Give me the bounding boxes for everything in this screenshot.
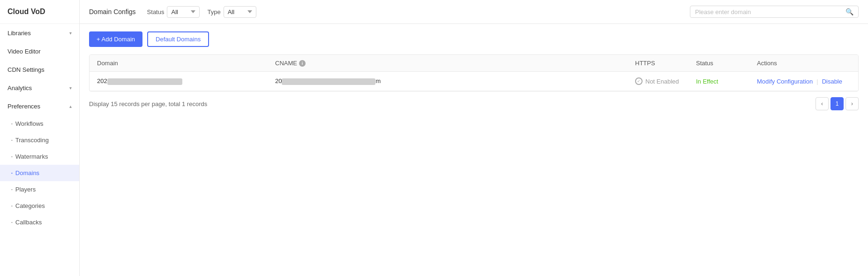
sidebar-sub-item-label: Domains (15, 169, 39, 176)
type-select[interactable]: All (224, 6, 256, 18)
domain-blurred (107, 78, 182, 85)
https-cell: ✓ Not Enabled (635, 77, 696, 85)
table-header: Domain CNAME i HTTPS Status Actions (90, 55, 858, 72)
chevron-down-icon: ▾ (69, 85, 72, 91)
bullet-icon: • (11, 122, 13, 126)
sidebar-sub-item-label: Callbacks (15, 219, 42, 226)
pagination-info: Display 15 records per page, total 1 rec… (89, 100, 207, 107)
next-page-button[interactable]: › (846, 97, 859, 110)
not-enabled-icon: ✓ (635, 77, 643, 85)
sidebar-item-label: Analytics (7, 84, 69, 92)
page-1-button[interactable]: 1 (831, 97, 844, 110)
column-domain: Domain (97, 60, 275, 67)
search-input[interactable] (695, 8, 846, 15)
status-label: Status (147, 8, 165, 15)
sidebar-sub-item-workflows[interactable]: • Workflows (0, 115, 79, 132)
prev-page-button[interactable]: ‹ (816, 97, 829, 110)
sidebar-sub-item-label: Workflows (15, 120, 44, 127)
sidebar-sub-item-transcoding[interactable]: • Transcoding (0, 132, 79, 148)
app-logo: Cloud VoD (0, 0, 79, 24)
cname-cell: 20m (275, 77, 635, 85)
status-badge: In Effect (696, 78, 718, 85)
pagination-bar: Display 15 records per page, total 1 rec… (89, 92, 859, 110)
status-select[interactable]: All (167, 6, 200, 18)
domain-prefix: 202 (97, 77, 107, 84)
https-status-text: Not Enabled (645, 78, 679, 85)
search-wrapper: 🔍 (690, 6, 859, 18)
type-label: Type (207, 8, 220, 15)
column-status: Status (696, 60, 757, 67)
sidebar-sub-item-label: Categories (15, 202, 45, 209)
bullet-icon: • (11, 204, 13, 208)
sidebar-item-libraries[interactable]: Libraries ▾ (0, 24, 79, 42)
bullet-icon: • (11, 138, 13, 142)
column-actions: Actions (757, 60, 851, 67)
table-row: 202 20m ✓ Not Enabled In Effect Modify C… (90, 72, 858, 91)
domains-table: Domain CNAME i HTTPS Status Actions (89, 54, 859, 92)
status-cell: In Effect (696, 78, 757, 85)
chevron-up-icon: ▴ (69, 104, 72, 109)
sidebar-sub-item-label: Watermarks (15, 153, 48, 160)
toolbar: + Add Domain Default Domains (89, 31, 859, 47)
cname-blurred (282, 78, 375, 85)
bullet-icon: • (11, 171, 13, 175)
content-area: + Add Domain Default Domains Domain CNAM… (80, 24, 868, 276)
sidebar-item-label: CDN Settings (7, 66, 72, 73)
sidebar-sub-item-label: Players (15, 186, 36, 193)
action-separator: | (816, 78, 818, 85)
https-status: ✓ Not Enabled (635, 77, 696, 85)
domain-cell: 202 (97, 77, 275, 85)
main-content: Domain Configs Status All Type All 🔍 + A… (80, 0, 868, 276)
chevron-down-icon: ▾ (69, 31, 72, 36)
cname-prefix: 20 (275, 77, 282, 84)
sidebar: Cloud VoD Libraries ▾ Video Editor CDN S… (0, 0, 80, 276)
type-filter-group: Type All (207, 6, 256, 18)
sidebar-item-label: Libraries (7, 30, 69, 37)
sidebar-sub-item-watermarks[interactable]: • Watermarks (0, 148, 79, 165)
add-domain-button[interactable]: + Add Domain (89, 31, 142, 47)
bullet-icon: • (11, 154, 13, 159)
sidebar-item-cdn-settings[interactable]: CDN Settings (0, 61, 79, 79)
column-https: HTTPS (635, 60, 696, 67)
bullet-icon: • (11, 220, 13, 224)
column-cname: CNAME i (275, 60, 635, 67)
sidebar-item-analytics[interactable]: Analytics ▾ (0, 79, 79, 97)
cname-suffix: m (375, 77, 381, 84)
sidebar-sub-item-domains[interactable]: • Domains (0, 165, 79, 181)
pagination-controls: ‹ 1 › (816, 97, 859, 110)
status-filter-group: Status All (147, 6, 200, 18)
sidebar-sub-item-players[interactable]: • Players (0, 181, 79, 198)
sidebar-item-label: Preferences (7, 103, 69, 110)
sidebar-sub-item-callbacks[interactable]: • Callbacks (0, 214, 79, 230)
cname-info-icon[interactable]: i (299, 60, 306, 67)
default-domains-button[interactable]: Default Domains (147, 31, 209, 47)
actions-cell: Modify Configuration | Disable (757, 78, 851, 85)
header-bar: Domain Configs Status All Type All 🔍 (80, 0, 868, 24)
bullet-icon: • (11, 187, 13, 192)
modify-configuration-link[interactable]: Modify Configuration (757, 78, 813, 85)
sidebar-item-video-editor[interactable]: Video Editor (0, 42, 79, 61)
sidebar-item-label: Video Editor (7, 48, 72, 55)
sidebar-sub-item-categories[interactable]: • Categories (0, 198, 79, 214)
sidebar-item-preferences[interactable]: Preferences ▴ (0, 97, 79, 115)
disable-link[interactable]: Disable (822, 78, 842, 85)
search-icon: 🔍 (846, 8, 853, 15)
page-title: Domain Configs (89, 8, 136, 15)
sidebar-sub-item-label: Transcoding (15, 137, 49, 144)
